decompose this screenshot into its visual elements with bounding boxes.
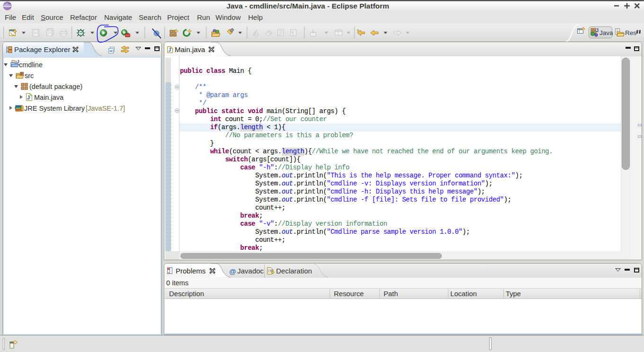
svg-text:J: J [27, 95, 30, 100]
svg-text:J: J [169, 47, 171, 53]
svg-text:J: J [596, 27, 599, 33]
svg-text:¶: ¶ [292, 30, 294, 35]
